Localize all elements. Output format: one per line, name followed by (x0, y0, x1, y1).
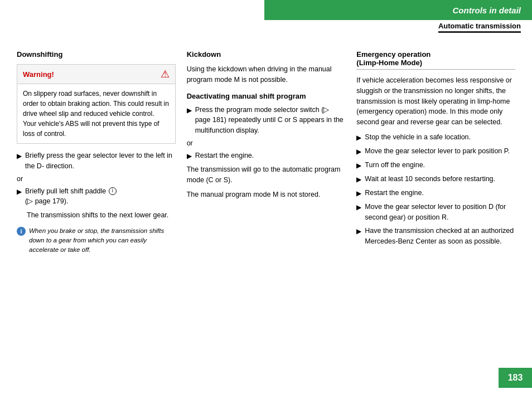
emergency-bullet-item: ▶Stop the vehicle in a safe location. (356, 132, 515, 143)
info-icon: i (17, 227, 26, 236)
or-text-1: or (17, 175, 176, 183)
bullet-arrow-e4: ▶ (356, 188, 361, 198)
emergency-bullet-item: ▶Turn off the engine. (356, 160, 515, 171)
info-note: i When you brake or stop, the transmissi… (17, 226, 176, 255)
emergency-bullets: ▶Stop the vehicle in a safe location.▶Mo… (356, 132, 515, 247)
emergency-bullet-item: ▶Have the transmission checked at an aut… (356, 226, 515, 247)
kickdown-para2: The transmission will go to the automati… (187, 164, 346, 186)
bullet-downshift-2: ▶ Briefly pull left shift paddle i (▷ pa… (17, 186, 176, 207)
bullet-kickdown-1: ▶ Press the program mode selector switch… (187, 105, 346, 136)
warning-icon: ⚠ (161, 68, 170, 80)
emergency-bullet-item: ▶Move the gear selector lever to park po… (356, 146, 515, 157)
bullet-arrow-k2: ▶ (187, 151, 192, 161)
emergency-intro: If vehicle acceleration becomes less res… (356, 75, 515, 128)
bullet-arrow-k1: ▶ (187, 105, 192, 115)
bullet-text-e1: Move the gear selector lever to park pos… (365, 146, 510, 157)
bullet-kickdown-2: ▶ Restart the engine. (187, 150, 346, 161)
subheader-bar: Automatic transmission (264, 20, 532, 35)
bullet-arrow-e0: ▶ (356, 133, 361, 143)
kickdown-heading: Kickdown (187, 50, 346, 59)
emergency-bullet-item: ▶Restart the engine. (356, 188, 515, 198)
bullet-downshift-1: ▶ Briefly press the gear selector lever … (17, 150, 176, 172)
circle-ref: i (109, 187, 117, 195)
emergency-heading: Emergency operation (Limp-Home Mode) (356, 50, 515, 67)
bullet-arrow-1: ▶ (17, 151, 22, 161)
bullet-text-2: Briefly pull left shift paddle i (▷ page… (25, 186, 117, 207)
or-text-k: or (187, 139, 346, 147)
bullet-arrow-e1: ▶ (356, 147, 361, 157)
header-bar: Controls in detail (264, 0, 532, 20)
bullet-text-1: Briefly press the gear selector lever to… (25, 150, 176, 172)
bullet-text-e2: Turn off the engine. (365, 160, 425, 171)
bullet-arrow-e5: ▶ (356, 202, 361, 212)
bullet-text-e4: Restart the engine. (365, 188, 424, 198)
bullet-text-e5: Move the gear selector lever to position… (365, 202, 515, 223)
emergency-bullet-item: ▶Wait at least 10 seconds before restart… (356, 174, 515, 184)
bullet-arrow-e2: ▶ (356, 160, 361, 171)
page-number: 183 (499, 368, 532, 388)
kickdown-para1: Using the kickdown when driving in the m… (187, 64, 346, 85)
bullet-text-k1: Press the program mode selector switch (… (195, 105, 346, 136)
bullet-arrow-e3: ▶ (356, 174, 361, 184)
bullet-text-e6: Have the transmission checked at an auth… (365, 226, 515, 247)
col-downshifting: Downshifting Warning! ⚠ On slippery road… (17, 45, 176, 366)
warning-label: Warning! (23, 70, 54, 79)
downshifting-heading: Downshifting (17, 50, 176, 59)
warning-box: Warning! ⚠ On slippery road surfaces, ne… (17, 64, 176, 144)
info-text: When you brake or stop, the transmission… (29, 226, 176, 255)
warning-body: On slippery road surfaces, never downshi… (17, 84, 175, 143)
bullet-text-e3: Wait at least 10 seconds before restarti… (365, 174, 495, 184)
bullet-text-k2: Restart the engine. (195, 150, 254, 161)
bullet-arrow-2: ▶ (17, 187, 22, 197)
bullet-text-e0: Stop the vehicle in a safe location. (365, 132, 471, 143)
subheader-subtitle: Automatic transmission (438, 22, 521, 33)
col-kickdown: Kickdown Using the kickdown when driving… (187, 45, 346, 366)
deactivating-heading: Deactivating manual shift program (187, 92, 346, 100)
main-content: Downshifting Warning! ⚠ On slippery road… (0, 45, 532, 366)
emergency-bullet-item: ▶Move the gear selector lever to positio… (356, 202, 515, 223)
col-emergency: Emergency operation (Limp-Home Mode) If … (356, 45, 515, 366)
bullet-arrow-e6: ▶ (356, 226, 361, 236)
header-title: Controls in detail (452, 6, 521, 15)
transmission-shifts-text: The transmission shifts to the next lowe… (27, 210, 176, 221)
warning-header: Warning! ⚠ (17, 65, 175, 84)
emerg-separator (356, 69, 515, 70)
kickdown-para3: The manual program mode M is not stored. (187, 189, 346, 200)
